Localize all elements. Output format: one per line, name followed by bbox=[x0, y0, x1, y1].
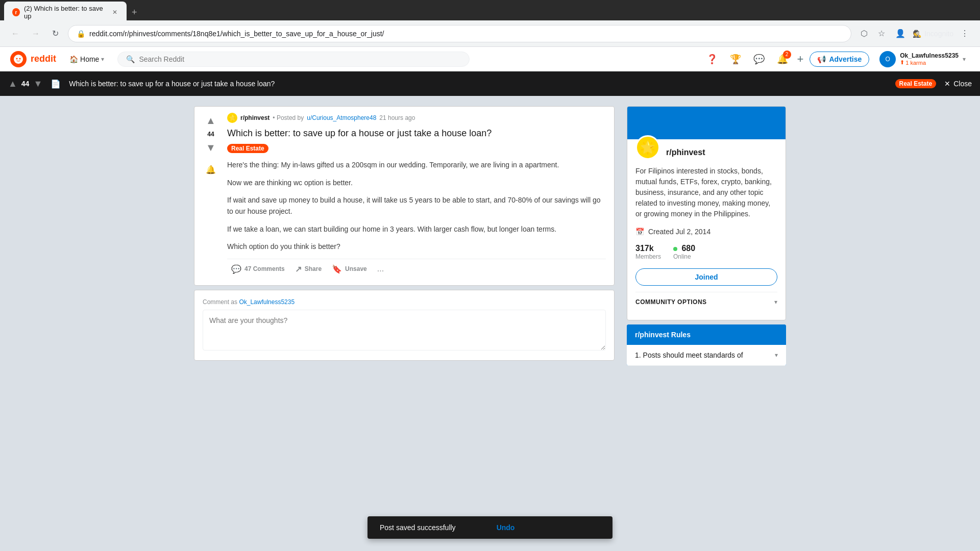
notification-toggle-button[interactable]: 🔔 bbox=[203, 162, 219, 178]
post-bar-downvote-button[interactable]: ▼ bbox=[33, 79, 42, 89]
upvote-button[interactable]: ▲ bbox=[204, 113, 218, 129]
tab-close-button[interactable]: ✕ bbox=[111, 8, 118, 16]
community-name[interactable]: r/phinvest bbox=[666, 148, 705, 157]
comments-button[interactable]: 💬 47 Comments bbox=[227, 261, 289, 277]
browser-toolbar: ← → ↻ 🔒 reddit.com/r/phinvest/comments/1… bbox=[0, 20, 980, 47]
post-meta: 🌟 r/phinvest • Posted by u/Curious_Atmos… bbox=[227, 113, 606, 123]
rules-card: r/phinvest Rules 1. Posts should meet st… bbox=[627, 324, 786, 366]
downvote-button[interactable]: ▼ bbox=[204, 140, 218, 156]
award-button[interactable]: 🏆 bbox=[727, 51, 744, 68]
comments-icon: 💬 bbox=[231, 264, 241, 274]
comment-input[interactable] bbox=[203, 310, 606, 350]
help-button[interactable]: ❓ bbox=[703, 51, 721, 68]
svg-point-0 bbox=[14, 55, 23, 64]
members-count: 317k bbox=[635, 244, 661, 253]
new-tab-button[interactable]: + bbox=[128, 5, 141, 20]
post-bar-close-button[interactable]: ✕ Close bbox=[944, 80, 972, 88]
rule-text: 1. Posts should meet standards of bbox=[635, 351, 743, 359]
toolbar-icons: ⬡ ☆ 👤 🕵️ Incognito ⋮ bbox=[857, 26, 972, 41]
incognito-indicator: 🕵️ Incognito bbox=[913, 30, 953, 38]
close-label: Close bbox=[953, 80, 972, 88]
user-karma: ⬆ 1 karma bbox=[900, 59, 959, 66]
community-info: 🌟 r/phinvest For Filipinos interested in… bbox=[627, 145, 786, 320]
post-title: Which is better: to save up for a house … bbox=[227, 127, 606, 140]
lock-icon: 🔒 bbox=[77, 30, 85, 38]
close-icon: ✕ bbox=[944, 80, 950, 88]
post-flair[interactable]: Real Estate bbox=[227, 144, 268, 153]
user-info: Ok_Lawfulness5235 ⬆ 1 karma bbox=[900, 52, 959, 66]
post-actions: 💬 47 Comments ↗ Share 🔖 Unsave bbox=[227, 259, 606, 279]
reddit-logo[interactable]: reddit bbox=[10, 51, 56, 67]
share-icon: ↗ bbox=[295, 264, 302, 274]
create-post-button[interactable]: + bbox=[797, 53, 804, 66]
browser-tab-active[interactable]: r (2) Which is better: to save up ✕ bbox=[4, 2, 127, 23]
members-label: Members bbox=[635, 253, 661, 260]
reddit-favicon-icon: r bbox=[12, 8, 20, 16]
svg-point-1 bbox=[16, 58, 18, 59]
post-bar-flair[interactable]: Real Estate bbox=[895, 79, 937, 88]
post-content: 🌟 r/phinvest • Posted by u/Curious_Atmos… bbox=[223, 111, 610, 281]
post-bar-vote-count: 44 bbox=[21, 80, 30, 88]
notification-badge: 2 bbox=[783, 51, 791, 59]
reddit-logo-text: reddit bbox=[31, 54, 56, 64]
search-box[interactable]: 🔍 bbox=[117, 52, 470, 67]
back-button[interactable]: ← bbox=[8, 26, 22, 41]
comment-as-label: Comment as bbox=[203, 298, 237, 306]
notification-button[interactable]: 🔔 2 bbox=[774, 51, 791, 68]
online-dot-icon bbox=[673, 247, 677, 251]
comment-section: Comment as Ok_Lawfulness5235 bbox=[194, 290, 615, 361]
incognito-label: Incognito bbox=[924, 30, 953, 38]
community-banner bbox=[627, 107, 786, 139]
svg-point-2 bbox=[19, 58, 21, 59]
joined-button[interactable]: Joined bbox=[635, 268, 777, 286]
community-card: 🌟 r/phinvest For Filipinos interested in… bbox=[627, 106, 786, 320]
community-options-chevron-icon: ▾ bbox=[774, 298, 777, 306]
bookmark-button[interactable]: ☆ bbox=[875, 26, 888, 41]
online-label: Online bbox=[673, 253, 695, 260]
unsave-icon: 🔖 bbox=[332, 264, 342, 274]
reload-button[interactable]: ↻ bbox=[49, 26, 62, 41]
community-icon: 🌟 bbox=[635, 135, 660, 160]
community-header: 🌟 r/phinvest bbox=[635, 145, 777, 160]
post-paragraph-2: Now we are thinking wc option is better. bbox=[227, 177, 606, 188]
home-button[interactable]: 🏠 Home ▾ bbox=[64, 52, 109, 66]
community-options-section[interactable]: COMMUNITY OPTIONS ▾ bbox=[635, 292, 777, 312]
header-actions: ❓ 🏆 💬 🔔 2 + 📢 Advertise O Ok_Lawfulness5… bbox=[703, 49, 970, 69]
share-button[interactable]: ↗ Share bbox=[291, 261, 326, 277]
post-container: ▲ 44 ▼ 🔔 🌟 r/phinvest • Posted by u/Curi… bbox=[194, 106, 615, 366]
home-label: Home bbox=[80, 55, 99, 63]
more-options-button[interactable]: ⋮ bbox=[958, 26, 972, 41]
search-icon: 🔍 bbox=[126, 55, 135, 63]
rules-body: 1. Posts should meet standards of ▾ bbox=[627, 345, 786, 366]
rule-item[interactable]: 1. Posts should meet standards of ▾ bbox=[627, 345, 786, 366]
post-body: Here's the thing: My in-laws gifted us a… bbox=[227, 159, 606, 252]
unsave-button[interactable]: 🔖 Unsave bbox=[328, 261, 371, 277]
profile-button[interactable]: 👤 bbox=[892, 26, 909, 41]
cast-icon-button[interactable]: ⬡ bbox=[857, 26, 871, 41]
post-card: ▲ 44 ▼ 🔔 🌟 r/phinvest • Posted by u/Curi… bbox=[194, 106, 615, 286]
reddit-header: reddit 🏠 Home ▾ 🔍 ❓ 🏆 💬 🔔 2 + 📢 Advertis… bbox=[0, 47, 980, 71]
members-stat: 317k Members bbox=[635, 244, 661, 260]
comment-as-user-link[interactable]: Ok_Lawfulness5235 bbox=[239, 298, 295, 306]
post-paragraph-1: Here's the thing: My in-laws gifted us a… bbox=[227, 159, 606, 170]
community-created: 📅 Created Jul 2, 2014 bbox=[635, 228, 777, 236]
post-paragraph-4: If we take a loan, we can start building… bbox=[227, 223, 606, 235]
more-options-post-button[interactable]: ... bbox=[373, 261, 388, 277]
incognito-icon: 🕵️ bbox=[913, 30, 921, 38]
community-options-label: COMMUNITY OPTIONS bbox=[635, 298, 707, 306]
user-menu-chevron-icon: ▾ bbox=[963, 56, 966, 63]
address-bar[interactable]: 🔒 reddit.com/r/phinvest/comments/18nq8e1… bbox=[68, 25, 851, 42]
search-input[interactable] bbox=[139, 55, 461, 63]
advertise-button[interactable]: 📢 Advertise bbox=[810, 52, 869, 67]
chat-button[interactable]: 💬 bbox=[750, 51, 768, 68]
post-bar-upvote-button[interactable]: ▲ bbox=[8, 79, 17, 89]
subreddit-link[interactable]: r/phinvest bbox=[240, 114, 270, 121]
calendar-icon: 📅 bbox=[635, 228, 644, 236]
forward-button[interactable]: → bbox=[29, 26, 43, 41]
author-link[interactable]: u/Curious_Atmosphere48 bbox=[307, 114, 376, 121]
megaphone-icon: 📢 bbox=[817, 55, 826, 63]
user-menu[interactable]: O Ok_Lawfulness5235 ⬆ 1 karma ▾ bbox=[875, 49, 970, 69]
reddit-logo-icon bbox=[10, 51, 27, 67]
online-stat: 680 Online bbox=[673, 244, 695, 260]
advertise-label: Advertise bbox=[829, 55, 862, 63]
